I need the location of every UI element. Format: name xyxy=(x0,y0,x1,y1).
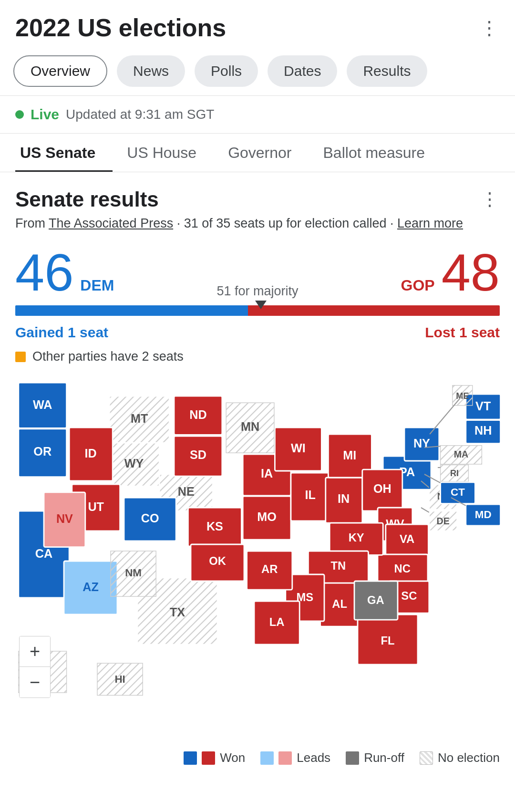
svg-text:OR: OR xyxy=(33,445,52,458)
tab-governor[interactable]: Governor xyxy=(223,134,309,172)
legend-leads-label: Leads xyxy=(297,750,330,765)
score-section: 46 DEM 51 for majority GOP 48 Gained 1 s… xyxy=(15,246,500,364)
svg-text:AZ: AZ xyxy=(82,580,99,593)
legend-leads: Leads xyxy=(260,750,330,765)
svg-text:MA: MA xyxy=(454,449,468,459)
other-parties: Other parties have 2 seats xyxy=(15,349,500,364)
svg-text:CA: CA xyxy=(35,547,52,560)
svg-text:KS: KS xyxy=(206,520,223,533)
progress-bar xyxy=(15,305,500,316)
ap-link[interactable]: The Associated Press xyxy=(49,216,173,230)
legend-runoff-box xyxy=(346,751,359,765)
legend-no-election: No election xyxy=(420,750,500,765)
section-tabs: US Senate US House Governor Ballot measu… xyxy=(0,134,515,172)
svg-text:RI: RI xyxy=(450,468,459,478)
dem-seats: 46 xyxy=(15,246,73,299)
tab-dates[interactable]: Dates xyxy=(268,55,337,87)
svg-text:KY: KY xyxy=(349,531,364,544)
legend-dem-won-box xyxy=(184,751,197,765)
svg-text:MT: MT xyxy=(131,412,148,425)
gop-seats: 48 xyxy=(442,246,500,299)
legend-won: Won xyxy=(184,750,245,765)
svg-text:AR: AR xyxy=(261,562,278,575)
svg-text:SD: SD xyxy=(190,448,206,461)
majority-text: 51 for majority xyxy=(216,284,298,299)
dem-label: DEM xyxy=(80,277,114,294)
tab-news[interactable]: News xyxy=(117,55,185,87)
zoom-in-button[interactable]: + xyxy=(20,636,50,667)
svg-text:UT: UT xyxy=(88,500,104,513)
results-header: Senate results ⋮ xyxy=(15,187,500,211)
page-title: 2022 US elections xyxy=(15,13,226,42)
legend-dem-leads-box xyxy=(260,751,274,765)
dem-score: 46 DEM xyxy=(15,246,114,299)
svg-text:TX: TX xyxy=(170,605,185,619)
learn-more-link[interactable]: Learn more xyxy=(397,216,463,230)
svg-text:ID: ID xyxy=(84,447,96,460)
map-legend: Won Leads Run-off No election xyxy=(0,742,515,774)
svg-text:GA: GA xyxy=(367,593,384,606)
svg-text:FL: FL xyxy=(381,634,394,647)
svg-text:OK: OK xyxy=(209,554,226,567)
other-parties-text: Other parties have 2 seats xyxy=(32,349,184,364)
svg-text:AL: AL xyxy=(332,597,347,610)
legend-runoff-label: Run-off xyxy=(364,750,404,765)
lost-text: Lost 1 seat xyxy=(425,324,500,341)
svg-text:OH: OH xyxy=(373,482,391,495)
gop-bar xyxy=(248,305,500,316)
more-icon[interactable]: ⋮ xyxy=(480,17,500,39)
svg-text:MD: MD xyxy=(475,509,492,521)
svg-text:DE: DE xyxy=(437,516,450,526)
svg-line-101 xyxy=(430,396,463,434)
gained-text: Gained 1 seat xyxy=(15,324,108,341)
svg-text:TN: TN xyxy=(331,559,346,572)
legend-gop-leads-box xyxy=(278,751,292,765)
legend-runoff: Run-off xyxy=(346,750,404,765)
tab-ballot-measure[interactable]: Ballot measure xyxy=(319,134,442,172)
live-dot xyxy=(15,110,24,119)
gained-lost-row: Gained 1 seat Lost 1 seat xyxy=(15,324,500,341)
tab-results[interactable]: Results xyxy=(347,55,427,87)
svg-text:CO: CO xyxy=(141,511,159,525)
results-more-icon[interactable]: ⋮ xyxy=(481,189,500,210)
zoom-out-button[interactable]: − xyxy=(20,667,50,697)
majority-marker xyxy=(255,301,267,309)
svg-text:SC: SC xyxy=(401,589,417,602)
svg-text:WI: WI xyxy=(291,441,306,455)
tab-polls[interactable]: Polls xyxy=(195,55,258,87)
live-bar: Live Updated at 9:31 am SGT xyxy=(0,96,515,133)
page-header: 2022 US elections ⋮ xyxy=(0,0,515,51)
other-dot xyxy=(15,352,26,362)
svg-text:VA: VA xyxy=(400,532,414,545)
svg-text:MN: MN xyxy=(241,420,259,433)
legend-no-election-label: No election xyxy=(438,750,500,765)
senate-results-section: Senate results ⋮ From The Associated Pre… xyxy=(0,172,515,364)
gop-score: GOP 48 xyxy=(401,246,500,299)
gop-label: GOP xyxy=(401,277,435,294)
legend-gop-won-box xyxy=(202,751,215,765)
us-map[interactable]: MT WY NE TX NJ DE WA OR CA CO PA xyxy=(4,377,511,725)
svg-text:NH: NH xyxy=(474,424,492,437)
svg-text:NM: NM xyxy=(125,567,142,579)
map-container: MT WY NE TX NJ DE WA OR CA CO PA xyxy=(0,377,515,727)
svg-text:CT: CT xyxy=(451,486,465,498)
svg-text:IA: IA xyxy=(261,467,273,480)
nav-tabs: Overview News Polls Dates Results xyxy=(0,51,515,95)
svg-text:ND: ND xyxy=(189,408,206,421)
live-updated: Updated at 9:31 am SGT xyxy=(66,107,214,122)
tab-us-senate[interactable]: US Senate xyxy=(15,134,113,172)
svg-text:MO: MO xyxy=(257,510,277,523)
tab-overview[interactable]: Overview xyxy=(13,55,107,87)
svg-text:MI: MI xyxy=(343,448,356,462)
live-label: Live xyxy=(31,106,59,123)
svg-text:WY: WY xyxy=(124,457,144,470)
svg-text:VT: VT xyxy=(475,399,491,413)
dem-bar xyxy=(15,305,248,316)
results-source: From The Associated Press · 31 of 35 sea… xyxy=(15,216,500,231)
legend-no-election-box xyxy=(420,751,433,765)
svg-text:NE: NE xyxy=(178,485,195,498)
legend-won-label: Won xyxy=(220,750,245,765)
tab-us-house[interactable]: US House xyxy=(122,134,214,172)
svg-line-107 xyxy=(421,508,429,512)
svg-text:IN: IN xyxy=(338,492,350,505)
